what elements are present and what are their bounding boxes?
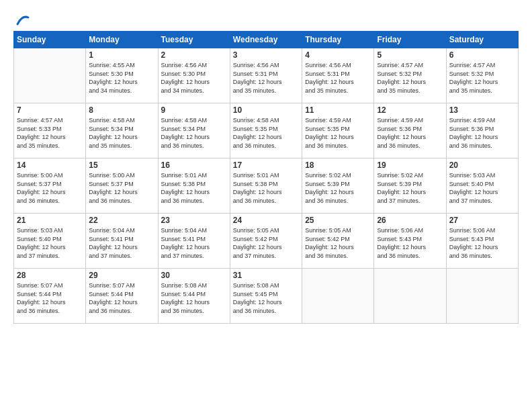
calendar-cell: 10Sunrise: 4:58 AM Sunset: 5:35 PM Dayli… bbox=[230, 103, 302, 158]
day-info: Sunrise: 5:04 AM Sunset: 5:41 PM Dayligh… bbox=[161, 226, 227, 260]
day-header-friday: Friday bbox=[374, 32, 446, 48]
day-header-saturday: Saturday bbox=[446, 32, 518, 48]
day-number: 9 bbox=[161, 105, 227, 115]
day-number: 11 bbox=[305, 105, 371, 115]
day-number: 23 bbox=[161, 216, 227, 225]
day-number: 10 bbox=[233, 105, 299, 115]
calendar-cell: 4Sunrise: 4:56 AM Sunset: 5:31 PM Daylig… bbox=[302, 48, 374, 103]
day-number: 16 bbox=[161, 161, 227, 170]
calendar-cell: 21Sunrise: 5:03 AM Sunset: 5:40 PM Dayli… bbox=[14, 214, 86, 269]
day-number: 13 bbox=[449, 105, 515, 115]
day-number: 3 bbox=[233, 50, 299, 60]
calendar-cell: 11Sunrise: 4:59 AM Sunset: 5:35 PM Dayli… bbox=[302, 103, 374, 158]
week-row-0: 1Sunrise: 4:55 AM Sunset: 5:30 PM Daylig… bbox=[14, 48, 519, 103]
day-info: Sunrise: 5:00 AM Sunset: 5:37 PM Dayligh… bbox=[89, 171, 154, 205]
day-number: 30 bbox=[161, 271, 227, 280]
calendar-cell: 20Sunrise: 5:03 AM Sunset: 5:40 PM Dayli… bbox=[446, 158, 518, 214]
day-number: 21 bbox=[17, 216, 83, 225]
week-row-4: 28Sunrise: 5:07 AM Sunset: 5:44 PM Dayli… bbox=[14, 269, 519, 324]
calendar-cell: 28Sunrise: 5:07 AM Sunset: 5:44 PM Dayli… bbox=[14, 269, 86, 324]
day-number: 5 bbox=[377, 50, 443, 60]
day-number: 25 bbox=[305, 216, 371, 225]
day-info: Sunrise: 4:56 AM Sunset: 5:31 PM Dayligh… bbox=[233, 61, 299, 95]
calendar-cell: 14Sunrise: 5:00 AM Sunset: 5:37 PM Dayli… bbox=[14, 158, 86, 214]
day-info: Sunrise: 5:06 AM Sunset: 5:43 PM Dayligh… bbox=[377, 226, 443, 260]
calendar-cell bbox=[446, 269, 518, 324]
calendar-cell bbox=[302, 269, 374, 324]
day-info: Sunrise: 5:08 AM Sunset: 5:44 PM Dayligh… bbox=[161, 281, 227, 315]
calendar-cell: 7Sunrise: 4:57 AM Sunset: 5:33 PM Daylig… bbox=[14, 103, 86, 158]
day-number: 18 bbox=[305, 161, 371, 170]
calendar-cell: 22Sunrise: 5:04 AM Sunset: 5:41 PM Dayli… bbox=[86, 214, 158, 269]
calendar-cell: 31Sunrise: 5:08 AM Sunset: 5:45 PM Dayli… bbox=[230, 269, 302, 324]
day-number: 19 bbox=[377, 161, 443, 170]
day-info: Sunrise: 5:08 AM Sunset: 5:45 PM Dayligh… bbox=[233, 281, 299, 315]
calendar-cell: 1Sunrise: 4:55 AM Sunset: 5:30 PM Daylig… bbox=[86, 48, 158, 103]
calendar-cell: 16Sunrise: 5:01 AM Sunset: 5:38 PM Dayli… bbox=[158, 158, 230, 214]
calendar-cell: 6Sunrise: 4:57 AM Sunset: 5:32 PM Daylig… bbox=[446, 48, 518, 103]
day-number: 29 bbox=[89, 271, 154, 280]
day-info: Sunrise: 5:03 AM Sunset: 5:40 PM Dayligh… bbox=[17, 226, 83, 260]
day-info: Sunrise: 5:02 AM Sunset: 5:39 PM Dayligh… bbox=[377, 171, 443, 205]
calendar: SundayMondayTuesdayWednesdayThursdayFrid… bbox=[13, 31, 519, 324]
logo bbox=[13, 12, 30, 24]
day-info: Sunrise: 5:05 AM Sunset: 5:42 PM Dayligh… bbox=[305, 226, 371, 260]
day-number: 15 bbox=[89, 161, 154, 170]
day-info: Sunrise: 4:57 AM Sunset: 5:32 PM Dayligh… bbox=[449, 61, 515, 95]
day-number: 17 bbox=[233, 161, 299, 170]
day-info: Sunrise: 5:06 AM Sunset: 5:43 PM Dayligh… bbox=[449, 226, 515, 260]
day-number: 1 bbox=[89, 50, 154, 60]
day-info: Sunrise: 5:02 AM Sunset: 5:39 PM Dayligh… bbox=[305, 171, 371, 205]
day-number: 7 bbox=[17, 105, 83, 115]
day-number: 4 bbox=[305, 50, 371, 60]
header bbox=[13, 12, 519, 24]
calendar-cell: 17Sunrise: 5:01 AM Sunset: 5:38 PM Dayli… bbox=[230, 158, 302, 214]
calendar-cell: 2Sunrise: 4:56 AM Sunset: 5:30 PM Daylig… bbox=[158, 48, 230, 103]
day-number: 14 bbox=[17, 161, 83, 170]
day-info: Sunrise: 5:01 AM Sunset: 5:38 PM Dayligh… bbox=[161, 171, 227, 205]
week-row-1: 7Sunrise: 4:57 AM Sunset: 5:33 PM Daylig… bbox=[14, 103, 519, 158]
calendar-cell: 9Sunrise: 4:58 AM Sunset: 5:34 PM Daylig… bbox=[158, 103, 230, 158]
day-number: 6 bbox=[449, 50, 515, 60]
day-header-monday: Monday bbox=[86, 32, 158, 48]
day-info: Sunrise: 5:03 AM Sunset: 5:40 PM Dayligh… bbox=[449, 171, 515, 205]
day-number: 24 bbox=[233, 216, 299, 225]
day-number: 20 bbox=[449, 161, 515, 170]
day-number: 22 bbox=[89, 216, 154, 225]
calendar-cell: 3Sunrise: 4:56 AM Sunset: 5:31 PM Daylig… bbox=[230, 48, 302, 103]
day-info: Sunrise: 4:56 AM Sunset: 5:30 PM Dayligh… bbox=[161, 61, 227, 95]
calendar-cell: 29Sunrise: 5:07 AM Sunset: 5:44 PM Dayli… bbox=[86, 269, 158, 324]
calendar-cell: 12Sunrise: 4:59 AM Sunset: 5:36 PM Dayli… bbox=[374, 103, 446, 158]
calendar-cell: 25Sunrise: 5:05 AM Sunset: 5:42 PM Dayli… bbox=[302, 214, 374, 269]
day-info: Sunrise: 4:58 AM Sunset: 5:34 PM Dayligh… bbox=[161, 116, 227, 150]
day-info: Sunrise: 5:00 AM Sunset: 5:37 PM Dayligh… bbox=[17, 171, 83, 205]
week-row-3: 21Sunrise: 5:03 AM Sunset: 5:40 PM Dayli… bbox=[14, 214, 519, 269]
day-header-wednesday: Wednesday bbox=[230, 32, 302, 48]
calendar-cell: 27Sunrise: 5:06 AM Sunset: 5:43 PM Dayli… bbox=[446, 214, 518, 269]
days-header-row: SundayMondayTuesdayWednesdayThursdayFrid… bbox=[14, 32, 519, 48]
week-row-2: 14Sunrise: 5:00 AM Sunset: 5:37 PM Dayli… bbox=[14, 158, 519, 214]
day-info: Sunrise: 4:57 AM Sunset: 5:33 PM Dayligh… bbox=[17, 116, 83, 150]
calendar-cell: 5Sunrise: 4:57 AM Sunset: 5:32 PM Daylig… bbox=[374, 48, 446, 103]
day-number: 8 bbox=[89, 105, 154, 115]
day-number: 12 bbox=[377, 105, 443, 115]
calendar-cell: 19Sunrise: 5:02 AM Sunset: 5:39 PM Dayli… bbox=[374, 158, 446, 214]
calendar-cell: 30Sunrise: 5:08 AM Sunset: 5:44 PM Dayli… bbox=[158, 269, 230, 324]
calendar-cell: 8Sunrise: 4:58 AM Sunset: 5:34 PM Daylig… bbox=[86, 103, 158, 158]
day-info: Sunrise: 5:04 AM Sunset: 5:41 PM Dayligh… bbox=[89, 226, 154, 260]
day-number: 27 bbox=[449, 216, 515, 225]
day-header-sunday: Sunday bbox=[14, 32, 86, 48]
day-info: Sunrise: 5:01 AM Sunset: 5:38 PM Dayligh… bbox=[233, 171, 299, 205]
day-info: Sunrise: 4:56 AM Sunset: 5:31 PM Dayligh… bbox=[305, 61, 371, 95]
page: SundayMondayTuesdayWednesdayThursdayFrid… bbox=[0, 0, 532, 411]
day-number: 28 bbox=[17, 271, 83, 280]
day-info: Sunrise: 4:57 AM Sunset: 5:32 PM Dayligh… bbox=[377, 61, 443, 95]
day-info: Sunrise: 5:07 AM Sunset: 5:44 PM Dayligh… bbox=[89, 281, 154, 315]
day-header-thursday: Thursday bbox=[302, 32, 374, 48]
calendar-cell bbox=[374, 269, 446, 324]
day-info: Sunrise: 4:59 AM Sunset: 5:35 PM Dayligh… bbox=[305, 116, 371, 150]
day-number: 26 bbox=[377, 216, 443, 225]
calendar-cell: 15Sunrise: 5:00 AM Sunset: 5:37 PM Dayli… bbox=[86, 158, 158, 214]
calendar-cell bbox=[14, 48, 86, 103]
day-header-tuesday: Tuesday bbox=[158, 32, 230, 48]
